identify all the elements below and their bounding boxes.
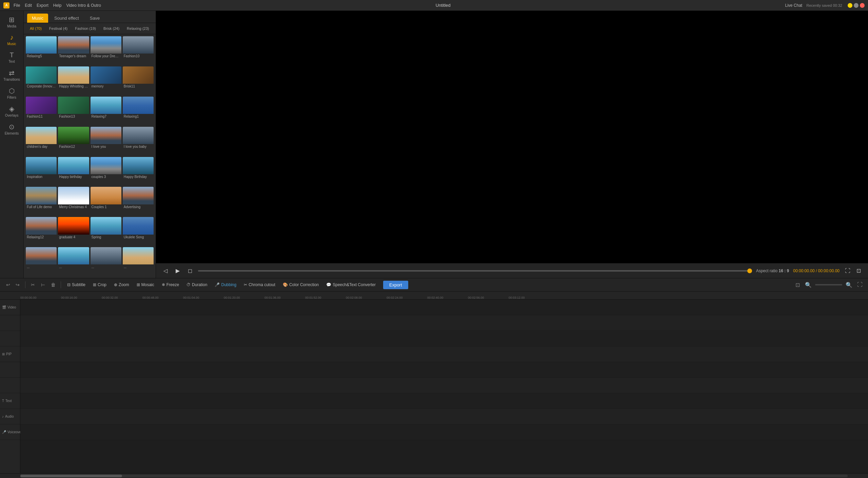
freeze-label: Freeze bbox=[166, 282, 179, 287]
music-item-14[interactable]: Fashion12 bbox=[58, 127, 89, 156]
music-item-20[interactable]: Happy Birthday bbox=[123, 157, 154, 186]
filter-fashion[interactable]: Fashion (19) bbox=[72, 26, 99, 31]
minimize-button[interactable] bbox=[848, 3, 852, 8]
redo-button[interactable]: ↪ bbox=[14, 281, 22, 289]
mosaic-tool[interactable]: ⊞ Mosaic bbox=[134, 281, 157, 288]
sidebar-item-transitions[interactable]: ⇄ Transitions bbox=[2, 67, 22, 83]
fullscreen-timeline[interactable]: ⛶ bbox=[856, 281, 864, 289]
music-item-28[interactable]: Ukulele Song bbox=[123, 217, 154, 246]
music-item-27[interactable]: Spring bbox=[91, 217, 121, 246]
tab-music[interactable]: Music bbox=[27, 14, 48, 23]
zoom-icon: ⊕ bbox=[114, 282, 117, 287]
music-item-8[interactable]: Brisk11 bbox=[123, 66, 154, 95]
scroll-thumb[interactable] bbox=[20, 475, 122, 477]
cut-tool[interactable]: ✂ bbox=[29, 281, 37, 289]
dubbing-tool[interactable]: 🎤 Dubbing bbox=[212, 281, 239, 288]
chroma-tool[interactable]: ✂ Chroma cutout bbox=[241, 281, 278, 288]
music-item-19[interactable]: couples 3 bbox=[91, 157, 121, 186]
music-item-9[interactable]: Fashion11 bbox=[26, 97, 57, 125]
music-label-1: Relaxing5 bbox=[26, 54, 57, 59]
music-item-25[interactable]: Relaxing12 bbox=[26, 217, 57, 246]
music-label-31: ... bbox=[91, 264, 121, 270]
sidebar-item-elements[interactable]: ⊙ Elements bbox=[2, 121, 22, 137]
ruler-mark: 00:02:40.00 bbox=[427, 296, 468, 299]
fullscreen-button[interactable]: ⛶ bbox=[844, 267, 852, 275]
music-item-16[interactable]: I love you baby bbox=[123, 127, 154, 156]
live-chat-link[interactable]: Live Chat bbox=[785, 3, 803, 8]
sidebar-item-media[interactable]: ⊞ Media bbox=[2, 14, 22, 30]
crop-tool[interactable]: ⊞ Crop bbox=[90, 281, 109, 288]
delete-tool[interactable]: 🗑 bbox=[49, 281, 57, 289]
music-item-18[interactable]: Happy birthday bbox=[58, 157, 89, 186]
sidebar-label-transitions: Transitions bbox=[3, 78, 20, 81]
music-thumb-24 bbox=[123, 187, 154, 204]
music-item-23[interactable]: Couples 1 bbox=[91, 187, 121, 216]
maximize-button[interactable] bbox=[854, 3, 859, 8]
freeze-tool[interactable]: ❄ Freeze bbox=[159, 281, 182, 288]
subtitle-tool[interactable]: ⊟ Subtitle bbox=[64, 281, 88, 288]
timeline-zoom-out[interactable]: 🔍 bbox=[804, 281, 812, 289]
separator-2 bbox=[61, 281, 61, 288]
music-item-31[interactable]: ... bbox=[91, 247, 121, 276]
duration-tool[interactable]: ⏱ Duration bbox=[184, 281, 210, 288]
music-item-7[interactable]: memory bbox=[91, 66, 121, 95]
zoom-fit-button[interactable]: ⊡ bbox=[854, 267, 863, 275]
speech-text-tool[interactable]: 💬 Speech&Text Converter bbox=[323, 281, 378, 288]
sidebar-item-text[interactable]: T Text bbox=[2, 49, 22, 65]
timeline-fit-button[interactable]: ⊡ bbox=[793, 281, 802, 289]
tab-sound-effect[interactable]: Sound effect bbox=[50, 14, 84, 23]
filter-all[interactable]: All (70) bbox=[27, 26, 44, 31]
music-item-3[interactable]: Follow your Dreams bbox=[91, 36, 121, 65]
undo-button[interactable]: ↩ bbox=[4, 281, 12, 289]
export-button[interactable]: Export bbox=[383, 281, 408, 289]
timeline-tracks[interactable] bbox=[20, 300, 868, 473]
menu-video-intro[interactable]: Video Intro & Outro bbox=[66, 3, 101, 8]
preview-progress-bar[interactable] bbox=[198, 270, 752, 272]
sidebar-item-overlays[interactable]: ◈ Overlays bbox=[2, 103, 22, 119]
filter-festival[interactable]: Festival (4) bbox=[46, 26, 70, 31]
music-item-12[interactable]: Relaxing1 bbox=[123, 97, 154, 125]
scroll-track[interactable] bbox=[20, 475, 848, 477]
dubbing-icon: 🎤 bbox=[215, 282, 220, 287]
music-item-6[interactable]: Happy Whistling Uk... bbox=[58, 66, 89, 95]
music-item-30[interactable]: ... bbox=[58, 247, 89, 276]
color-correction-tool[interactable]: 🎨 Color Correction bbox=[280, 281, 321, 288]
music-item-29[interactable]: ... bbox=[26, 247, 57, 276]
filter-row: All (70) Festival (4) Fashion (19) Brisk… bbox=[24, 23, 156, 34]
music-item-1[interactable]: Relaxing5 bbox=[26, 36, 57, 65]
music-item-4[interactable]: Fashion10 bbox=[123, 36, 154, 65]
filter-relaxing[interactable]: Relaxing (23) bbox=[124, 26, 152, 31]
stop-button[interactable]: ◻ bbox=[186, 267, 194, 275]
filter-brisk[interactable]: Brisk (24) bbox=[101, 26, 122, 31]
menu-export[interactable]: Export bbox=[37, 3, 48, 8]
music-item-11[interactable]: Relaxing7 bbox=[91, 97, 121, 125]
music-item-17[interactable]: Inspiration bbox=[26, 157, 57, 186]
music-item-26[interactable]: graduate 4 bbox=[58, 217, 89, 246]
sidebar-item-filters[interactable]: ⬡ Filters bbox=[2, 85, 22, 101]
music-item-32[interactable]: ... bbox=[123, 247, 154, 276]
zoom-tool[interactable]: ⊕ Zoom bbox=[111, 281, 132, 288]
prev-frame-button[interactable]: ◁ bbox=[161, 267, 170, 275]
music-item-5[interactable]: Corporate (Innovative) bbox=[26, 66, 57, 95]
music-item-22[interactable]: Merry Christmas 4 bbox=[58, 187, 89, 216]
menu-file[interactable]: File bbox=[14, 3, 20, 8]
timeline-zoom-in[interactable]: 🔍 bbox=[845, 281, 853, 289]
music-item-10[interactable]: Fashion13 bbox=[58, 97, 89, 125]
zoom-slider[interactable] bbox=[815, 284, 842, 285]
sidebar-item-music[interactable]: ♪ Music bbox=[2, 32, 22, 48]
track-label-video2 bbox=[0, 315, 20, 331]
music-item-13[interactable]: children's day bbox=[26, 127, 57, 156]
play-button[interactable]: ▶ bbox=[174, 267, 182, 275]
menu-help[interactable]: Help bbox=[53, 3, 62, 8]
music-item-15[interactable]: I love you bbox=[91, 127, 121, 156]
music-item-2[interactable]: Teenager's dream bbox=[58, 36, 89, 65]
ruler-mark: 00:01:36.00 bbox=[264, 296, 305, 299]
music-item-21[interactable]: Full of Life demo bbox=[26, 187, 57, 216]
tab-save[interactable]: Save bbox=[85, 14, 105, 23]
music-item-24[interactable]: Advertising bbox=[123, 187, 154, 216]
menu-edit[interactable]: Edit bbox=[25, 3, 32, 8]
split-tool[interactable]: ⊢ bbox=[39, 281, 47, 289]
close-button[interactable] bbox=[860, 3, 865, 8]
music-thumb-10 bbox=[58, 97, 89, 114]
app-icon: A bbox=[3, 2, 9, 8]
